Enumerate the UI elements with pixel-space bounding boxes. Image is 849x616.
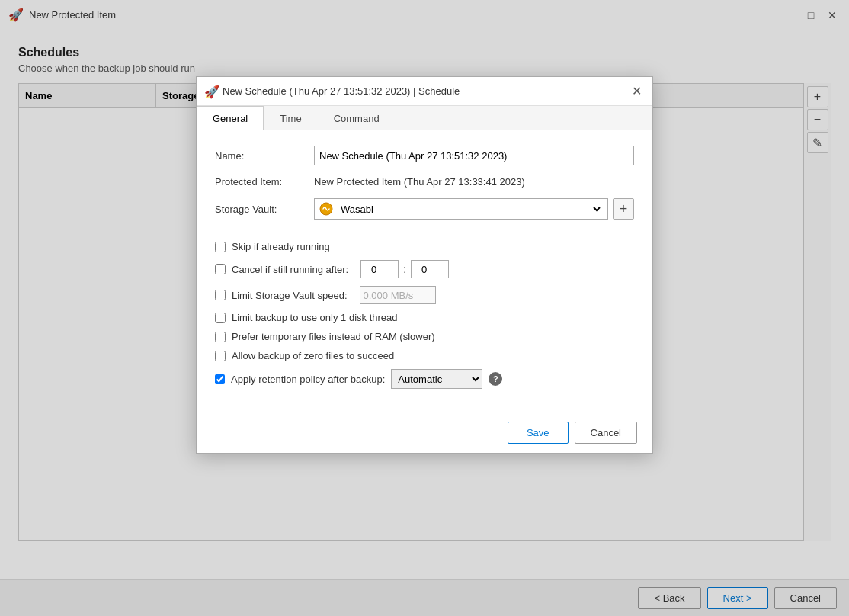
- schedule-modal: 🚀 New Schedule (Thu Apr 27 13:51:32 2023…: [196, 76, 653, 454]
- modal-title-bar: 🚀 New Schedule (Thu Apr 27 13:51:32 2023…: [197, 77, 652, 106]
- cancel-minutes-input[interactable]: [411, 260, 449, 278]
- name-row: Name:: [215, 146, 634, 165]
- protected-item-label: Protected Item:: [215, 176, 314, 188]
- cancel-running-checkbox[interactable]: [215, 264, 226, 274]
- prefer-temp-checkbox[interactable]: [215, 332, 226, 342]
- cancel-hours-input[interactable]: [360, 260, 399, 278]
- retention-checkbox[interactable]: [215, 374, 225, 384]
- protected-item-value: New Protected Item (Thu Apr 27 13:33:41 …: [314, 176, 525, 188]
- prefer-temp-label: Prefer temporary files instead of RAM (s…: [232, 331, 435, 342]
- vault-row: Wasabi +: [314, 198, 634, 220]
- vault-add-button[interactable]: +: [613, 198, 634, 220]
- checkbox-limit-disk: Limit backup to use only 1 disk thread: [215, 312, 634, 323]
- storage-vault-row: Storage Vault: Wasabi +: [215, 198, 634, 220]
- tab-command[interactable]: Command: [318, 106, 396, 130]
- modal-body: Name: Protected Item: New Protected Item…: [197, 130, 652, 412]
- time-separator: :: [403, 263, 406, 275]
- skip-label: Skip if already running: [232, 241, 330, 252]
- name-label: Name:: [215, 150, 314, 162]
- cancel-label: Cancel if still running after:: [232, 264, 348, 275]
- limit-speed-label: Limit Storage Vault speed:: [232, 290, 348, 301]
- checkbox-allow-zero: Allow backup of zero files to succeed: [215, 350, 634, 361]
- storage-vault-label: Storage Vault:: [215, 204, 314, 215]
- limit-disk-checkbox[interactable]: [215, 313, 226, 323]
- limit-speed-checkbox[interactable]: [215, 290, 226, 300]
- allow-zero-checkbox[interactable]: [215, 351, 226, 361]
- vault-select[interactable]: Wasabi: [338, 203, 603, 216]
- retention-label: Apply retention policy after backup:: [231, 374, 385, 385]
- protected-item-row: Protected Item: New Protected Item (Thu …: [215, 176, 634, 188]
- save-button[interactable]: Save: [508, 422, 569, 444]
- skip-checkbox[interactable]: [215, 242, 226, 252]
- retention-select[interactable]: Automatic Custom None: [391, 369, 482, 389]
- vault-select-wrapper[interactable]: Wasabi: [314, 198, 608, 220]
- cancel-timer-group: :: [360, 260, 449, 278]
- limit-disk-label: Limit backup to use only 1 disk thread: [232, 312, 398, 323]
- modal-close-button[interactable]: ✕: [628, 83, 645, 100]
- checkbox-skip: Skip if already running: [215, 241, 634, 252]
- modal-tabs: General Time Command: [197, 106, 652, 130]
- modal-overlay: 🚀 New Schedule (Thu Apr 27 13:51:32 2023…: [0, 0, 849, 616]
- modal-cancel-button[interactable]: Cancel: [575, 422, 637, 444]
- modal-icon: 🚀: [204, 85, 218, 98]
- checkbox-prefer-temp: Prefer temporary files instead of RAM (s…: [215, 331, 634, 342]
- checkbox-limit-speed: Limit Storage Vault speed:: [215, 286, 634, 304]
- retention-row: Apply retention policy after backup: Aut…: [215, 369, 634, 389]
- speed-input[interactable]: [360, 286, 436, 304]
- modal-footer: Save Cancel: [197, 412, 652, 453]
- tab-general[interactable]: General: [197, 106, 264, 130]
- modal-title: New Schedule (Thu Apr 27 13:51:32 2023) …: [223, 85, 628, 97]
- name-input[interactable]: [314, 146, 634, 165]
- checkbox-cancel: Cancel if still running after: :: [215, 260, 634, 278]
- retention-help-icon[interactable]: ?: [489, 372, 502, 386]
- tab-time[interactable]: Time: [264, 106, 317, 130]
- wasabi-icon: [319, 202, 333, 216]
- main-window: 🚀 New Protected Item □ ✕ Schedules Choos…: [0, 0, 849, 616]
- allow-zero-label: Allow backup of zero files to succeed: [232, 350, 394, 361]
